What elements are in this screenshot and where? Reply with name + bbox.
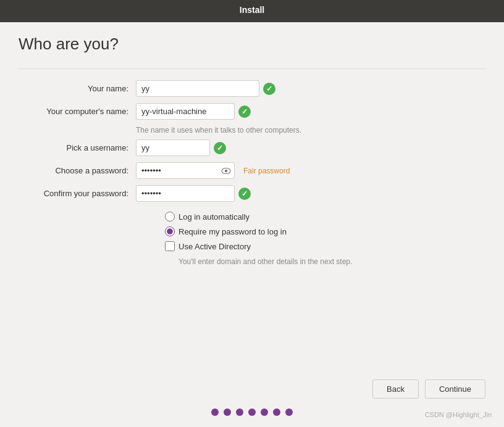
password-field-wrap — [136, 162, 235, 179]
toggle-password-button[interactable] — [221, 166, 231, 176]
your-name-row: Your name: — [19, 80, 485, 97]
step-dot-3 — [236, 408, 243, 416]
step-dot-1 — [211, 408, 219, 416]
bottom-nav: Back Continue — [0, 379, 504, 408]
password-row: Choose a password: Fair password — [19, 162, 485, 179]
form-area: Your name: Your computer's name: The nam… — [19, 80, 485, 266]
page-title: Who are you? — [19, 35, 485, 54]
username-input[interactable] — [136, 139, 210, 156]
main-content: Who are you? Your name: Your computer's … — [0, 22, 504, 379]
require-password-row: Require my password to log in — [165, 226, 485, 236]
log-in-auto-row: Log in automatically — [165, 212, 485, 222]
svg-point-1 — [225, 169, 227, 172]
login-options-area: Log in automatically Require my password… — [165, 212, 485, 266]
require-password-label[interactable]: Require my password to log in — [178, 227, 287, 236]
step-dot-7 — [285, 408, 293, 416]
active-directory-checkbox[interactable] — [165, 241, 175, 251]
active-directory-hint: You'll enter domain and other details in… — [178, 257, 485, 266]
require-password-radio[interactable] — [165, 226, 175, 236]
step-dot-2 — [224, 408, 231, 416]
spacer — [19, 266, 485, 373]
active-directory-row: Use Active Directory — [165, 241, 485, 251]
step-dot-5 — [261, 408, 268, 416]
password-strength-label: Fair password — [243, 167, 290, 175]
continue-button[interactable]: Continue — [425, 379, 485, 399]
username-label: Pick a username: — [19, 143, 136, 152]
active-directory-label[interactable]: Use Active Directory — [178, 242, 251, 251]
confirm-password-label: Confirm your password: — [19, 189, 136, 198]
back-button[interactable]: Back — [372, 379, 419, 399]
your-name-valid-icon — [263, 83, 275, 95]
confirm-password-row: Confirm your password: — [19, 185, 485, 202]
password-input-wrap: Fair password — [136, 162, 290, 179]
log-in-auto-label[interactable]: Log in automatically — [178, 212, 250, 222]
computer-name-hint: The name it uses when it talks to other … — [136, 126, 485, 135]
username-row: Pick a username: — [19, 139, 485, 156]
step-dot-6 — [273, 408, 280, 416]
computer-name-row: Your computer's name: — [19, 103, 485, 120]
computer-name-input-wrap — [136, 103, 251, 120]
computer-name-valid-icon — [238, 106, 251, 118]
title-divider — [19, 68, 485, 69]
confirm-password-input-wrap — [136, 185, 251, 202]
window-title: Install — [240, 5, 264, 15]
username-input-wrap — [136, 139, 226, 156]
your-name-input[interactable] — [136, 80, 259, 97]
title-bar: Install — [0, 0, 504, 22]
log-in-auto-radio[interactable] — [165, 212, 175, 222]
password-input[interactable] — [136, 162, 235, 179]
password-label: Choose a password: — [19, 166, 136, 175]
confirm-password-valid-icon — [238, 188, 251, 200]
computer-name-label: Your computer's name: — [19, 107, 136, 116]
your-name-input-wrap — [136, 80, 275, 97]
username-valid-icon — [214, 142, 226, 154]
confirm-password-input[interactable] — [136, 185, 235, 202]
your-name-label: Your name: — [19, 84, 136, 93]
step-dot-4 — [248, 408, 256, 416]
watermark: CSDN @Highlight_Jin — [425, 411, 492, 418]
computer-name-input[interactable] — [136, 103, 235, 120]
